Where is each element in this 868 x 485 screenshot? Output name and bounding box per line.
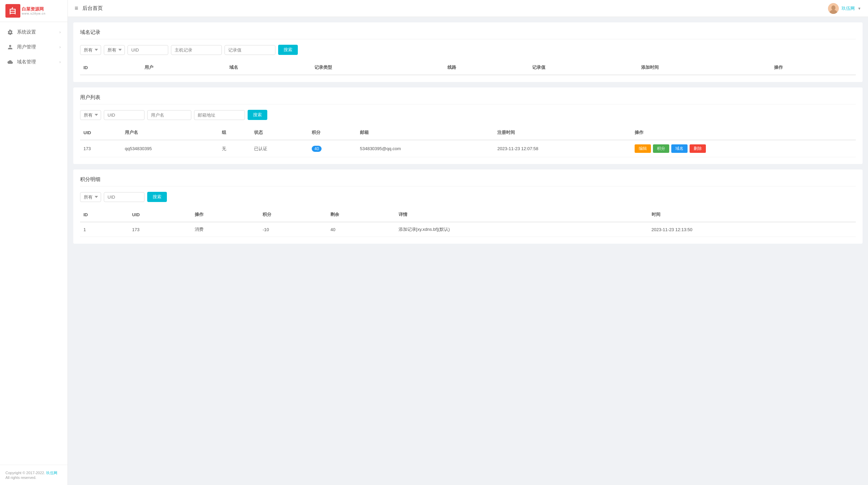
dns-host-input[interactable] — [171, 45, 222, 55]
dns-search-button[interactable]: 搜索 — [278, 45, 298, 55]
points-id: 1 — [80, 222, 129, 237]
header: ≡ 后台首页 玖伍网 ▼ — [68, 0, 868, 17]
logo-box: 白 白菜资源网 www.s28yw.cn — [5, 4, 50, 18]
dns-select-2[interactable]: 所有 — [104, 45, 125, 55]
user-username: qq534830395 — [121, 140, 218, 157]
dns-records-title: 域名记录 — [80, 29, 856, 39]
points-detail-table: ID UID 操作 积分 剩余 详情 时间 1 173 消费 -10 40 添加… — [80, 207, 856, 237]
copyright-text: Copyright © 2017-2022. — [5, 471, 45, 475]
svg-point-3 — [831, 5, 835, 10]
points-col-id: ID — [80, 207, 129, 222]
logo-text-area: 白菜资源网 www.s28yw.cn — [22, 6, 46, 15]
dns-col-action: 操作 — [771, 60, 856, 75]
points-remaining: 40 — [327, 222, 395, 237]
table-row: 1 173 消费 -10 40 添加记录[xy.xdns.bf](默认) 202… — [80, 222, 856, 237]
sidebar-item-label-user-management: 用户管理 — [17, 44, 36, 50]
sidebar-item-label-domain-management: 域名管理 — [17, 59, 36, 65]
points-detail-text: 添加记录[xy.xdns.bf](默认) — [395, 222, 648, 237]
edit-button[interactable]: 编辑 — [635, 144, 651, 153]
sidebar-menu: 系统设置 › 用户管理 › 域名管理 › — [0, 22, 67, 465]
user-col-username: 用户名 — [121, 125, 218, 140]
dns-col-add-time: 添加时间 — [638, 60, 771, 75]
dns-col-user: 用户 — [141, 60, 226, 75]
sidebar-item-label-system-settings: 系统设置 — [17, 29, 36, 35]
page-title: 后台首页 — [82, 5, 103, 12]
points-col-remaining: 剩余 — [327, 207, 395, 222]
username-label: 玖伍网 — [842, 5, 855, 12]
points-col-detail: 详情 — [395, 207, 648, 222]
dns-col-record-value: 记录值 — [529, 60, 638, 75]
domain-button[interactable]: 域名 — [671, 144, 688, 153]
content: 域名记录 所有 所有 搜索 ID 用户 域名 — [68, 17, 868, 485]
chevron-right-icon-3: › — [59, 60, 61, 64]
user-col-email: 邮箱 — [356, 125, 494, 140]
user-search-button[interactable]: 搜索 — [248, 110, 267, 120]
user-name-input[interactable] — [147, 110, 191, 120]
user-col-points: 积分 — [308, 125, 356, 140]
dns-select-1[interactable]: 所有 — [80, 45, 101, 55]
sidebar-item-domain-management[interactable]: 域名管理 › — [0, 55, 67, 69]
dns-uid-input[interactable] — [128, 45, 168, 55]
points-time: 2023-11-23 12:13:50 — [648, 222, 856, 237]
user-search-bar: 所有 搜索 — [80, 110, 856, 120]
chevron-right-icon-2: › — [59, 45, 61, 49]
sidebar: 白 白菜资源网 www.s28yw.cn 系统设置 › 用户管理 › — [0, 0, 68, 485]
dns-record-value-input[interactable] — [225, 45, 275, 55]
points-amount: -10 — [259, 222, 327, 237]
delete-button[interactable]: 删除 — [690, 144, 706, 153]
dns-col-id: ID — [80, 60, 141, 75]
user-group: 无 — [218, 140, 251, 157]
points-operation: 消费 — [191, 222, 259, 237]
cloud-icon — [7, 59, 14, 65]
user-uid-input[interactable] — [104, 110, 144, 120]
user-uid: 173 — [80, 140, 121, 157]
points-uid-input[interactable] — [104, 192, 144, 202]
avatar — [828, 3, 839, 14]
user-list-title: 用户列表 — [80, 94, 856, 104]
dns-col-domain: 域名 — [226, 60, 311, 75]
points-detail-title: 积分明细 — [80, 176, 856, 186]
user-select[interactable]: 所有 — [80, 110, 101, 120]
points-col-operation: 操作 — [191, 207, 259, 222]
user-email-input[interactable] — [194, 110, 245, 120]
user-status: 已认证 — [251, 140, 308, 157]
logo-main-text: 白菜资源网 — [22, 6, 46, 12]
logo-sub-text: www.s28yw.cn — [22, 12, 46, 15]
footer-link[interactable]: 玖伍网 — [46, 471, 57, 475]
table-row: 173 qq534830395 无 已认证 40 534830395@qq.co… — [80, 140, 856, 157]
user-list-card: 用户列表 所有 搜索 UID 用户名 组 状态 积分 — [73, 87, 863, 164]
sidebar-footer: Copyright © 2017-2022. 玖伍网 All rights re… — [0, 465, 67, 485]
user-col-reg-time: 注册时间 — [494, 125, 631, 140]
points-button[interactable]: 积分 — [653, 144, 669, 153]
points-search-button[interactable]: 搜索 — [147, 192, 167, 202]
points-select[interactable]: 所有 — [80, 192, 101, 202]
dns-col-record-type: 记录类型 — [311, 60, 444, 75]
main-wrap: ≡ 后台首页 玖伍网 ▼ 域名记录 所有 所有 — [68, 0, 868, 485]
user-actions: 编辑 积分 域名 删除 — [631, 140, 856, 157]
svg-text:白: 白 — [9, 7, 17, 15]
user-list-table: UID 用户名 组 状态 积分 邮箱 注册时间 操作 173 qq5348303… — [80, 125, 856, 157]
sidebar-item-user-management[interactable]: 用户管理 › — [0, 40, 67, 55]
user-col-uid: UID — [80, 125, 121, 140]
points-col-time: 时间 — [648, 207, 856, 222]
points-uid: 173 — [129, 222, 191, 237]
points-detail-card: 积分明细 所有 搜索 ID UID 操作 积分 剩余 详情 — [73, 169, 863, 244]
points-col-points: 积分 — [259, 207, 327, 222]
sidebar-logo: 白 白菜资源网 www.s28yw.cn — [0, 0, 67, 22]
chevron-right-icon: › — [59, 30, 61, 35]
points-search-bar: 所有 搜索 — [80, 192, 856, 202]
user-reg-time: 2023-11-23 12:07:58 — [494, 140, 631, 157]
dns-col-line: 线路 — [444, 60, 529, 75]
dns-records-card: 域名记录 所有 所有 搜索 ID 用户 域名 — [73, 22, 863, 82]
gear-icon — [7, 29, 14, 36]
sidebar-item-system-settings[interactable]: 系统设置 › — [0, 25, 67, 40]
user-email: 534830395@qq.com — [356, 140, 494, 157]
header-user[interactable]: 玖伍网 ▼ — [828, 3, 861, 14]
dns-search-bar: 所有 所有 搜索 — [80, 45, 856, 55]
user-col-action: 操作 — [631, 125, 856, 140]
hamburger-icon[interactable]: ≡ — [75, 5, 78, 12]
logo-icon: 白 — [5, 4, 20, 18]
user-col-status: 状态 — [251, 125, 308, 140]
dropdown-caret-icon: ▼ — [857, 6, 861, 11]
user-icon — [7, 44, 14, 50]
